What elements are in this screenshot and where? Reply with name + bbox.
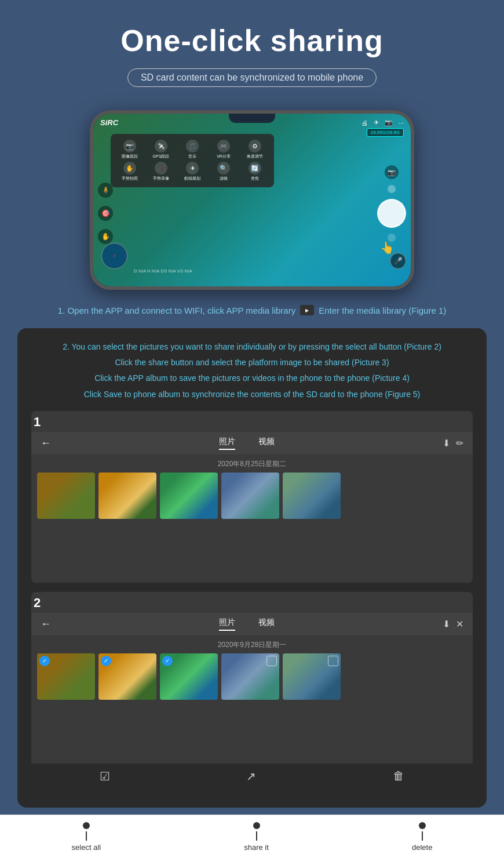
subtitle-box: SD card content can be synchronized to m… bbox=[127, 68, 377, 87]
figure-2-app-bar: ← 照片 视频 ⬇ ✕ bbox=[31, 613, 473, 635]
bottom-nav-share[interactable]: share it bbox=[244, 822, 269, 852]
instructions-text: 2. You can select the pictures you want … bbox=[31, 340, 473, 402]
drone-menu-item-8: ✈ 航线规划 bbox=[178, 162, 207, 181]
phone-mockup: SiRC 🖨 ✈ 📷 ··· 29.95G/29.9G 🧍 🎯 ✋ bbox=[90, 110, 414, 290]
figure-2-close-icon[interactable]: ✕ bbox=[456, 619, 463, 630]
figure-2-app-bar-icons: ⬇ ✕ bbox=[443, 619, 463, 630]
figure-1-download-icon[interactable]: ⬇ bbox=[443, 438, 450, 449]
drone-hand-icon: ✋ bbox=[98, 229, 113, 244]
delete-pin bbox=[419, 822, 426, 841]
figure-2-check-2[interactable]: ✓ bbox=[101, 656, 111, 666]
figure-1-thumb-2[interactable] bbox=[98, 473, 156, 519]
figure-2-tabs: 照片 视频 bbox=[58, 617, 436, 631]
drone-menu-item-1: 📷 图像跟踪 bbox=[115, 140, 144, 159]
instruction-line2: Click the share button and select the pl… bbox=[31, 355, 473, 370]
drone-person-icon: 🧍 bbox=[98, 183, 113, 198]
figure-1-thumb-3[interactable] bbox=[160, 473, 218, 519]
figure-2-number: 2 bbox=[31, 592, 473, 613]
phone-section: SiRC 🖨 ✈ 📷 ··· 29.95G/29.9G 🧍 🎯 ✋ bbox=[0, 99, 504, 296]
figure-2-back-icon[interactable]: ← bbox=[41, 618, 51, 630]
step1-end: Enter the media library (Figure 1) bbox=[319, 306, 446, 315]
figure-2-check-1[interactable]: ✓ bbox=[39, 656, 50, 666]
bottom-bar-delete[interactable]: 🗑 bbox=[393, 769, 404, 783]
drone-target-icon: 🎯 bbox=[98, 206, 113, 221]
phone-screen: SiRC 🖨 ✈ 📷 ··· 29.95G/29.9G 🧍 🎯 ✋ bbox=[93, 114, 411, 286]
bottom-nav-select-all-label: select all bbox=[72, 843, 101, 852]
dark-panel: 2. You can select the pictures you want … bbox=[17, 328, 487, 808]
drone-menu-item-4: 🎮 VR分享 bbox=[209, 140, 238, 159]
figure-2-overlay-5 bbox=[328, 656, 338, 666]
figure-1-thumb-4[interactable] bbox=[221, 473, 279, 519]
share-pin bbox=[253, 822, 260, 841]
drone-compass: + bbox=[101, 243, 127, 269]
figure-2-overlay-4 bbox=[266, 656, 277, 666]
figure-1-back-icon[interactable]: ← bbox=[41, 437, 51, 449]
bottom-nav-delete[interactable]: delete bbox=[412, 822, 432, 852]
figure-2-tab-photos[interactable]: 照片 bbox=[219, 617, 235, 631]
drone-dot-1 bbox=[388, 185, 396, 193]
delete-icon: 🗑 bbox=[393, 769, 404, 783]
drone-right-icons: 📷 bbox=[377, 165, 406, 242]
figure-2-empty-space bbox=[31, 706, 473, 764]
select-all-pin-dot bbox=[83, 822, 90, 829]
figure-2-thumb-4[interactable] bbox=[221, 653, 279, 700]
bottom-nav-delete-label: delete bbox=[412, 843, 432, 852]
step1-main: 1. Open the APP and connect to WIFI, cli… bbox=[58, 306, 296, 315]
figure-2-thumb-1[interactable]: ✓ bbox=[37, 653, 95, 700]
drone-menu-item-9: 🔍 滤镜 bbox=[209, 162, 238, 181]
instruction-line3: Click the APP album to save the pictures… bbox=[31, 371, 473, 386]
drone-battery: 29.95G/29.9G bbox=[367, 128, 404, 137]
figure-2-thumb-2[interactable]: ✓ bbox=[98, 653, 156, 700]
figure-1-thumb-5[interactable] bbox=[283, 473, 341, 519]
drone-menu-item-2: 🛰 GPS跟踪 bbox=[147, 140, 176, 159]
figure-1-panel: 1 ← 照片 视频 ⬇ ✏ 2020年8月25日星期二 bbox=[31, 411, 473, 583]
bottom-bar-select-all[interactable]: ☑ bbox=[100, 769, 110, 783]
drone-status: D N/A H N/A DS N/A VS N/A bbox=[134, 268, 192, 274]
figure-2-tab-videos[interactable]: 视频 bbox=[258, 617, 275, 631]
drone-ui: SiRC 🖨 ✈ 📷 ··· 29.95G/29.9G 🧍 🎯 ✋ bbox=[93, 114, 411, 286]
figure-1-tabs: 照片 视频 bbox=[58, 437, 436, 450]
figure-1-app-bar-icons: ⬇ ✏ bbox=[443, 438, 463, 449]
figure-2-download-icon[interactable]: ⬇ bbox=[443, 619, 450, 630]
drone-menu-item-5: ⚙ 角度调节 bbox=[240, 140, 269, 159]
figure-1-tab-photos[interactable]: 照片 bbox=[219, 437, 235, 450]
drone-camera-btn[interactable]: 📷 bbox=[385, 165, 399, 179]
figure-1-empty-space bbox=[31, 525, 473, 583]
figure-2-thumbnails: ✓ ✓ ✓ bbox=[31, 653, 473, 706]
drone-camera-icon: 🖨 bbox=[361, 119, 368, 126]
figure-1-edit-icon[interactable]: ✏ bbox=[456, 438, 463, 449]
figure-1-thumbnails bbox=[31, 473, 473, 525]
drone-more-icon: ··· bbox=[399, 119, 404, 126]
figure-2-thumb-3[interactable]: ✓ bbox=[160, 653, 218, 700]
step1-text: 1. Open the APP and connect to WIFI, cli… bbox=[0, 296, 504, 321]
figure-2-check-3[interactable]: ✓ bbox=[162, 656, 173, 666]
drone-menu-item-3: 🎵 音乐 bbox=[178, 140, 207, 159]
figure-2-date: 2020年9月28日星期一 bbox=[31, 635, 473, 653]
header-section: One-click sharing SD card content can be… bbox=[0, 0, 504, 99]
select-all-pin-stem bbox=[86, 831, 87, 841]
page-title: One-click sharing bbox=[12, 23, 492, 58]
drone-signal-icon: 📷 bbox=[385, 119, 393, 126]
share-pin-stem bbox=[256, 831, 257, 841]
drone-icons: 🖨 ✈ 📷 ··· bbox=[361, 119, 404, 126]
bottom-bar-share[interactable]: ↗ bbox=[246, 769, 256, 783]
figure-1-app-bar: ← 照片 视频 ⬇ ✏ bbox=[31, 432, 473, 455]
figure-2-panel: 2 ← 照片 视频 ⬇ ✕ 2020年9月28日星期一 ✓ ✓ ✓ bbox=[31, 592, 473, 789]
figure-2-thumb-5[interactable] bbox=[283, 653, 341, 700]
subtitle-text: SD card content can be synchronized to m… bbox=[141, 72, 363, 82]
play-icon: ▶ bbox=[300, 305, 314, 315]
drone-menu-item-7: 🎥 手势录像 bbox=[147, 162, 176, 181]
share-pin-dot bbox=[253, 822, 260, 829]
drone-menu-item-6: ✋ 手势拍照 bbox=[115, 162, 144, 181]
figure-1-tab-videos[interactable]: 视频 bbox=[258, 437, 275, 450]
select-all-icon: ☑ bbox=[100, 769, 110, 783]
share-icon: ↗ bbox=[246, 769, 256, 783]
bottom-nav: select all share it delete bbox=[0, 815, 504, 854]
drone-shutter-main[interactable] bbox=[377, 199, 406, 228]
figure-1-thumb-1[interactable] bbox=[37, 473, 95, 519]
bottom-nav-select-all[interactable]: select all bbox=[72, 822, 101, 852]
drone-menu-item-10: 🔄 变焦 bbox=[240, 162, 269, 181]
drone-menu: 📷 图像跟踪 🛰 GPS跟踪 🎵 音乐 🎮 VR分享 bbox=[111, 134, 274, 187]
figure-2-bottom-bar: ☑ ↗ 🗑 bbox=[31, 764, 473, 789]
instruction-line4: Click Save to phone album to synchronize… bbox=[31, 387, 473, 402]
